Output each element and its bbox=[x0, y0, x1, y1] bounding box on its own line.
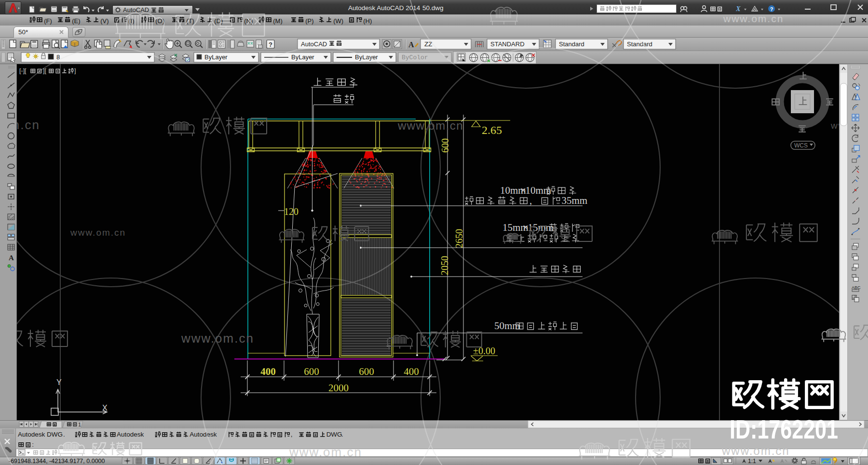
svg-text:600: 600 bbox=[359, 366, 374, 377]
svg-text:2050: 2050 bbox=[439, 256, 450, 275]
svg-text:][: ][ bbox=[43, 67, 46, 74]
svg-text:Autodesk: Autodesk bbox=[117, 431, 144, 438]
svg-text:(F): (F) bbox=[44, 17, 52, 25]
svg-text:400: 400 bbox=[404, 366, 419, 377]
svg-text:AutoCAD: AutoCAD bbox=[301, 40, 327, 48]
svg-text:1: 1 bbox=[78, 422, 81, 427]
svg-text:]: ] bbox=[74, 67, 76, 74]
svg-text:Y: Y bbox=[56, 378, 62, 386]
svg-text:www.om.cn: www.om.cn bbox=[397, 119, 463, 132]
svg-text:[-][: [-][ bbox=[19, 67, 27, 74]
svg-text:(E): (E) bbox=[72, 17, 80, 25]
svg-text:50.dwg: 50.dwg bbox=[422, 4, 444, 12]
svg-text:ByLayer: ByLayer bbox=[204, 53, 228, 61]
svg-text:X: X bbox=[735, 5, 741, 13]
svg-text:WCS: WCS bbox=[794, 142, 808, 149]
svg-text:,: , bbox=[291, 431, 293, 438]
svg-text:(T): (T) bbox=[186, 17, 194, 25]
svg-text:Autodesk AutoCAD 2014: Autodesk AutoCAD 2014 bbox=[348, 4, 420, 12]
svg-text:A: A bbox=[408, 40, 414, 49]
svg-text:2650: 2650 bbox=[454, 229, 464, 248]
svg-text:ByColor: ByColor bbox=[402, 54, 428, 61]
svg-text:(W): (W) bbox=[333, 17, 343, 25]
svg-text:600: 600 bbox=[304, 366, 319, 377]
svg-text:?: ? bbox=[770, 6, 773, 12]
svg-text:Standard: Standard bbox=[559, 40, 584, 48]
svg-text:(V): (V) bbox=[100, 17, 108, 25]
svg-text:Autodesk: Autodesk bbox=[190, 431, 217, 438]
svg-text:www.om.cn: www.om.cn bbox=[70, 227, 126, 238]
svg-text:www.om.cn: www.om.cn bbox=[830, 120, 839, 131]
svg-text:AutoCAD: AutoCAD bbox=[123, 6, 149, 13]
svg-text:(O): (O) bbox=[155, 17, 164, 25]
svg-text:120: 120 bbox=[284, 206, 298, 217]
svg-text:(M): (M) bbox=[273, 17, 283, 25]
svg-text::: : bbox=[32, 441, 34, 448]
svg-text:35mm: 35mm bbox=[561, 195, 587, 206]
svg-text:ZZ: ZZ bbox=[424, 40, 433, 48]
svg-text:?: ? bbox=[269, 41, 272, 48]
svg-text:(D): (D) bbox=[214, 17, 223, 25]
svg-text:ByLayer: ByLayer bbox=[355, 53, 378, 61]
svg-text:DWG: DWG bbox=[326, 431, 342, 438]
svg-text:.: . bbox=[341, 431, 343, 438]
svg-text:Standard: Standard bbox=[627, 40, 652, 48]
svg-text:400: 400 bbox=[260, 366, 276, 377]
svg-text:www.om.cn: www.om.cn bbox=[181, 331, 254, 345]
svg-text:2.65: 2.65 bbox=[482, 124, 502, 136]
svg-text:(P): (P) bbox=[305, 17, 313, 25]
svg-text:Autodesk DWG: Autodesk DWG bbox=[18, 431, 63, 438]
svg-text:STANDARD: STANDARD bbox=[490, 40, 525, 48]
svg-text:(H): (H) bbox=[363, 17, 372, 25]
svg-text:1:1: 1:1 bbox=[748, 458, 756, 465]
svg-text:.: . bbox=[63, 431, 65, 438]
svg-text:A: A bbox=[9, 254, 14, 262]
svg-text:50*: 50* bbox=[18, 28, 28, 36]
svg-text:8: 8 bbox=[56, 53, 60, 61]
svg-text:600: 600 bbox=[440, 138, 450, 153]
svg-text:2000: 2000 bbox=[328, 382, 349, 394]
svg-text:(N): (N) bbox=[244, 17, 253, 25]
svg-text:www.om.cn: www.om.cn bbox=[17, 118, 40, 132]
svg-text:ByLayer: ByLayer bbox=[291, 53, 314, 61]
svg-text:X: X bbox=[102, 404, 108, 412]
svg-text:(I): (I) bbox=[128, 17, 134, 25]
svg-text:,: , bbox=[529, 195, 532, 206]
svg-text:-691948.1344, -42134.9177, 0.: -691948.1344, -42134.9177, 0.0000 bbox=[9, 458, 105, 465]
